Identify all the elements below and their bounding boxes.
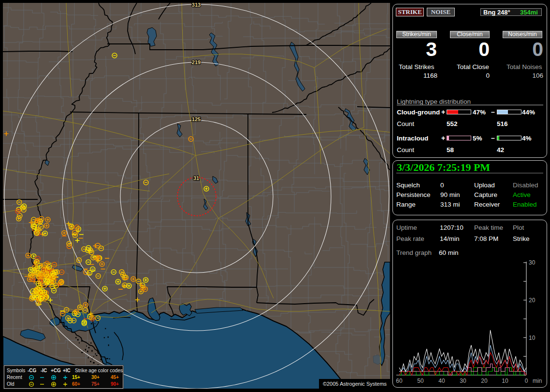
svg-text:40: 40 (438, 378, 445, 384)
svg-text:30: 30 (460, 378, 466, 384)
svg-text:30: 30 (529, 259, 536, 266)
svg-text:20: 20 (529, 297, 536, 304)
svg-text:50: 50 (417, 378, 424, 384)
svg-text:31: 31 (193, 175, 199, 181)
svg-text:0: 0 (525, 378, 528, 384)
svg-text:10: 10 (502, 378, 508, 384)
svg-text:min: min (533, 378, 542, 384)
svg-text:125: 125 (192, 116, 201, 122)
svg-text:10: 10 (529, 335, 536, 341)
svg-text:219: 219 (192, 59, 201, 65)
svg-text:313: 313 (192, 3, 201, 8)
svg-text:60: 60 (396, 378, 403, 384)
svg-text:20: 20 (481, 378, 488, 384)
